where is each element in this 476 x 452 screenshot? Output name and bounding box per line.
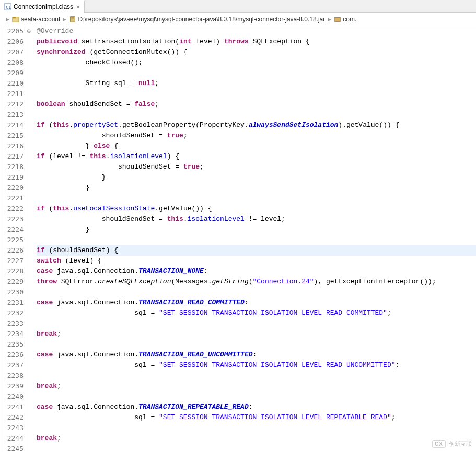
line-number: 2216 [4, 141, 24, 151]
line-number: 2228 [4, 266, 24, 277]
chevron-right-icon: ▶ [63, 17, 66, 22]
code-line[interactable]: synchronized (getConnectionMutex()) { [37, 47, 476, 57]
line-number: 2225 [4, 235, 24, 245]
line-number: 2217 [4, 151, 24, 162]
code-line[interactable] [37, 89, 476, 99]
code-line[interactable]: break; [37, 329, 476, 339]
code-line[interactable]: break; [37, 433, 476, 444]
code-line[interactable]: sql = "SET SESSION TRANSACTION ISOLATION… [37, 412, 476, 423]
breadcrumb-project[interactable]: seata-account [12, 16, 60, 23]
line-number: 2235 [4, 339, 24, 350]
line-number: 2209 [4, 68, 24, 78]
class-file-icon: 01 [4, 3, 11, 10]
package-icon [334, 16, 341, 23]
line-number: 2226 [4, 245, 24, 256]
line-number: 2224 [4, 224, 24, 235]
line-number: 2221 [4, 193, 24, 204]
line-number: 2241 [4, 402, 24, 412]
code-line[interactable]: case java.sql.Connection.TRANSACTION_REA… [37, 350, 476, 360]
jar-icon [69, 16, 76, 23]
code-line[interactable]: shouldSendSet = true; [37, 162, 476, 172]
code-line[interactable]: break; [37, 381, 476, 391]
line-number: 2229 [4, 277, 24, 287]
code-line[interactable]: throw SQLError.createSQLException(Messag… [37, 277, 476, 287]
line-number: 2219 [4, 172, 24, 183]
line-number: 2236 [4, 350, 24, 360]
line-number: 2215 [4, 130, 24, 141]
code-line[interactable]: } [37, 172, 476, 183]
editor-tab-bar: 01 ConnectionImpl.class ✕ [0, 0, 476, 13]
line-number: 2212 [4, 99, 24, 110]
svg-rect-5 [72, 17, 74, 18]
line-number: 2232 [4, 308, 24, 318]
line-number: 2210 [4, 78, 24, 89]
code-line[interactable] [37, 68, 476, 78]
editor-tab[interactable]: 01 ConnectionImpl.class ✕ [0, 0, 85, 13]
code-line[interactable] [37, 110, 476, 120]
line-number: 2213 [4, 110, 24, 120]
breadcrumb-package[interactable]: com. [334, 16, 356, 23]
line-number: 2233 [4, 318, 24, 329]
code-line[interactable] [37, 339, 476, 350]
code-line[interactable] [37, 391, 476, 402]
svg-rect-3 [13, 17, 16, 18]
code-line[interactable]: switch (level) { [37, 256, 476, 266]
code-line[interactable]: if (this.useLocalSessionState.getValue()… [37, 204, 476, 214]
line-number: 2239 [4, 381, 24, 391]
line-number: 2222 [4, 204, 24, 214]
line-number: 2223 [4, 214, 24, 224]
code-area[interactable]: @Override public void setTransactionIsol… [32, 26, 476, 452]
code-line[interactable]: if (level != this.isolationLevel) { [37, 151, 476, 162]
code-line[interactable]: if (this.propertySet.getBooleanProperty(… [37, 120, 476, 130]
code-line[interactable]: sql = "SET SESSION TRANSACTION ISOLATION… [37, 308, 476, 318]
line-number: 2206 [4, 37, 24, 47]
line-number: 2238 [4, 371, 24, 381]
code-line[interactable] [37, 444, 476, 452]
svg-rect-6 [335, 17, 341, 21]
code-line[interactable]: shouldSendSet = this.isolationLevel != l… [37, 214, 476, 224]
line-number: 2244 [4, 433, 24, 444]
line-number: 2227 [4, 256, 24, 266]
code-line[interactable]: boolean shouldSendSet = false; [37, 99, 476, 110]
line-number: 2220 [4, 183, 24, 193]
breadcrumb-jar[interactable]: D:\repositorys\javaee\mysql\mysql-connec… [69, 16, 325, 23]
code-line[interactable]: case java.sql.Connection.TRANSACTION_REA… [37, 298, 476, 308]
code-line[interactable]: case java.sql.Connection.TRANSACTION_REP… [37, 402, 476, 412]
line-number: 2243 [4, 423, 24, 433]
line-number: 2211 [4, 89, 24, 99]
code-line[interactable] [37, 423, 476, 433]
line-number: 2207 [4, 47, 24, 57]
code-line[interactable]: checkClosed(); [37, 57, 476, 68]
code-line[interactable]: } [37, 183, 476, 193]
code-line[interactable] [37, 318, 476, 329]
line-number: 2205 [4, 26, 24, 37]
fold-gutter: ⊖ [26, 26, 32, 452]
code-line[interactable]: public void setTransactionIsolation(int … [37, 37, 476, 47]
chevron-right-icon: ▶ [328, 17, 331, 22]
project-icon [12, 16, 19, 23]
code-line[interactable]: } [37, 224, 476, 235]
code-line[interactable]: sql = "SET SESSION TRANSACTION ISOLATION… [37, 360, 476, 371]
marker-gutter [0, 26, 4, 452]
code-line[interactable]: if (shouldSendSet) { [37, 245, 476, 256]
code-line[interactable]: case java.sql.Connection.TRANSACTION_NON… [37, 266, 476, 277]
line-number: 2218 [4, 162, 24, 172]
line-number: 2231 [4, 298, 24, 308]
code-line[interactable] [37, 235, 476, 245]
code-editor[interactable]: 2205220622072208220922102211221222132214… [0, 26, 476, 452]
watermark: CX 创新互联 [432, 440, 472, 448]
chevron-right-icon: ▶ [6, 17, 9, 22]
watermark-text: 创新互联 [449, 440, 472, 448]
line-number-gutter: 2205220622072208220922102211221222132214… [4, 26, 26, 452]
code-line[interactable]: @Override [37, 26, 476, 37]
line-number: 2245 [4, 444, 24, 452]
code-line[interactable] [37, 193, 476, 204]
code-line[interactable] [37, 287, 476, 298]
code-line[interactable]: } else { [37, 141, 476, 151]
close-icon[interactable]: ✕ [76, 3, 80, 10]
override-marker-icon[interactable]: ⊖ [27, 28, 31, 34]
code-line[interactable]: String sql = null; [37, 78, 476, 89]
line-number: 2208 [4, 57, 24, 68]
code-line[interactable] [37, 371, 476, 381]
code-line[interactable]: shouldSendSet = true; [37, 130, 476, 141]
